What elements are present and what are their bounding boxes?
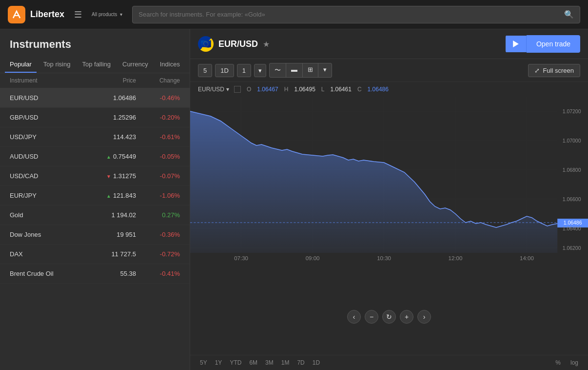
instrument-price: ▼1.31275 <box>87 172 136 180</box>
search-bar: 🔍 <box>132 6 580 23</box>
ohlc-h-label: H <box>284 86 289 93</box>
time-range-6m[interactable]: 6M <box>247 358 259 367</box>
instrument-change: -0.41% <box>136 270 180 277</box>
instrument-price: 1.06486 <box>87 94 136 102</box>
svg-text:09:00: 09:00 <box>306 255 320 261</box>
chart-nav-buttons: ‹ − ↻ + › <box>347 310 431 324</box>
table-row[interactable]: Brent Crude Oil 55.38 -0.41% <box>0 264 190 284</box>
instrument-info: 🇪🇺 EUR/USD ★ <box>198 36 270 52</box>
fullscreen-icon: ⤢ <box>534 67 540 74</box>
interval-dropdown[interactable]: ▾ <box>254 64 266 77</box>
down-arrow-icon: ▼ <box>106 174 111 179</box>
instrument-change: -0.72% <box>136 250 180 258</box>
instrument-name: USD/CAD <box>10 172 87 180</box>
interval-1d-button[interactable]: 1D <box>215 64 234 77</box>
chart-left-controls: 5 1D 1 ▾ 〜 ▬ ⊞ ▾ <box>198 63 332 78</box>
eur-usd-flag: 🇪🇺 <box>198 36 214 52</box>
interval-1-button[interactable]: 1 <box>237 64 251 77</box>
col-instrument: Instrument <box>10 77 87 84</box>
instrument-change: -0.36% <box>136 231 180 238</box>
instrument-price: 19 951 <box>87 231 136 238</box>
time-range-ytd[interactable]: YTD <box>228 358 243 367</box>
table-row[interactable]: Dow Jones 19 951 -0.36% <box>0 225 190 245</box>
table-row[interactable]: USD/CAD ▼1.31275 -0.07% <box>0 166 190 186</box>
table-row[interactable]: EUR/USD 1.06486 -0.46% <box>0 88 190 108</box>
instrument-name: EUR/JPY <box>10 192 87 199</box>
time-range-7d[interactable]: 7D <box>295 358 306 367</box>
svg-text:1.06200: 1.06200 <box>563 246 581 251</box>
instruments-list: EUR/USD 1.06486 -0.46% GBP/USD 1.25296 -… <box>0 88 190 284</box>
instrument-name: Brent Crude Oil <box>10 270 87 277</box>
search-input[interactable] <box>138 11 560 18</box>
chart-controls: 5 1D 1 ▾ 〜 ▬ ⊞ ▾ ⤢ Full screen <box>190 59 588 82</box>
more-chart-button[interactable]: ▾ <box>318 63 332 77</box>
svg-text:1.06400: 1.06400 <box>563 226 581 231</box>
ohlc-c-label: C <box>357 86 362 93</box>
chart-header: 🇪🇺 EUR/USD ★ Open trade <box>190 29 588 59</box>
search-icon[interactable]: 🔍 <box>564 10 574 19</box>
table-row[interactable]: AUD/USD ▲0.75449 -0.05% <box>0 147 190 166</box>
instrument-name: GBP/USD <box>10 114 87 121</box>
chevron-down-icon: ▾ <box>258 67 262 74</box>
svg-text:1.06800: 1.06800 <box>563 167 581 173</box>
chart-bottom-controls: 5Y1YYTD6M3M1M7D1D % log <box>190 355 588 370</box>
chart-instrument-title: EUR/USD <box>218 39 258 49</box>
instruments-panel: Instruments PopularTop risingTop falling… <box>0 29 190 370</box>
col-price: Price <box>87 77 136 84</box>
tab-top-falling[interactable]: Top falling <box>77 57 116 73</box>
chart-svg-container: 1.06486 1.07200 1.07000 1.06800 1.06600 … <box>190 97 588 355</box>
ohlc-o-value: 1.06467 <box>257 86 278 93</box>
ohlc-bar: EUR/USD ▾ O 1.06467 H 1.06495 L 1.06461 … <box>190 82 588 97</box>
ohlc-checkbox[interactable] <box>234 86 241 93</box>
chart-reset[interactable]: ↻ <box>382 310 396 324</box>
instrument-change: -0.07% <box>136 172 180 180</box>
interval-5-button[interactable]: 5 <box>198 64 212 77</box>
fullscreen-button[interactable]: ⤢ Full screen <box>528 64 580 77</box>
line-chart-button[interactable]: 〜 <box>270 63 286 77</box>
tab-indices[interactable]: Indices <box>155 57 185 73</box>
table-row[interactable]: USD/JPY 114.423 -0.61% <box>0 127 190 147</box>
svg-text:07:30: 07:30 <box>234 255 248 261</box>
tab-popular[interactable]: Popular <box>5 57 37 73</box>
chart-nav-right[interactable]: › <box>417 310 431 324</box>
time-range-1d[interactable]: 1D <box>311 358 322 367</box>
all-products-button[interactable]: All products ▾ <box>92 12 122 17</box>
log-option[interactable]: log <box>568 358 580 367</box>
ohlc-h-value: 1.06495 <box>294 86 315 93</box>
up-arrow-icon: ▲ <box>106 193 111 199</box>
open-trade-button[interactable]: Open trade <box>506 35 580 53</box>
time-range-3m[interactable]: 3M <box>263 358 275 367</box>
ohlc-c-value: 1.06486 <box>368 86 389 93</box>
time-range-1y[interactable]: 1Y <box>213 358 224 367</box>
instrument-name: Dow Jones <box>10 231 87 238</box>
time-range-1m[interactable]: 1M <box>279 358 292 367</box>
instrument-change: -0.05% <box>136 153 180 160</box>
col-change: Change <box>136 77 180 84</box>
chart-zoom-out[interactable]: − <box>365 310 378 324</box>
table-row[interactable]: EUR/JPY ▲121.843 -1.06% <box>0 186 190 206</box>
main-content: Instruments PopularTop risingTop falling… <box>0 29 588 370</box>
candlestick-chart-button[interactable]: ⊞ <box>303 63 318 77</box>
tab-top-rising[interactable]: Top rising <box>39 57 76 73</box>
favorite-star-icon[interactable]: ★ <box>263 40 270 49</box>
logo-icon <box>8 6 25 23</box>
chart-nav-left[interactable]: ‹ <box>347 310 361 324</box>
percent-option[interactable]: % <box>553 358 563 367</box>
tab-currency[interactable]: Currency <box>118 57 153 73</box>
hamburger-menu[interactable]: ☰ <box>74 9 82 20</box>
instrument-price: 1.25296 <box>87 114 136 121</box>
play-icon <box>506 36 527 52</box>
table-row[interactable]: Gold 1 194.02 0.27% <box>0 206 190 225</box>
table-row[interactable]: GBP/USD 1.25296 -0.20% <box>0 108 190 127</box>
ohlc-l-value: 1.06461 <box>331 86 352 93</box>
header: Libertex ☰ All products ▾ 🔍 <box>0 0 588 29</box>
instrument-name: USD/JPY <box>10 133 87 141</box>
table-row[interactable]: DAX 11 727.5 -0.72% <box>0 245 190 264</box>
time-range-5y[interactable]: 5Y <box>198 358 209 367</box>
time-range-buttons: 5Y1YYTD6M3M1M7D1D <box>198 358 322 367</box>
instrument-price: 11 727.5 <box>87 250 136 258</box>
area-chart-button[interactable]: ▬ <box>286 63 303 77</box>
instrument-tabs: PopularTop risingTop fallingCurrencyIndi… <box>0 57 190 73</box>
chart-zoom-in[interactable]: + <box>400 310 413 324</box>
chart-ohlc-name[interactable]: EUR/USD ▾ <box>198 86 241 93</box>
